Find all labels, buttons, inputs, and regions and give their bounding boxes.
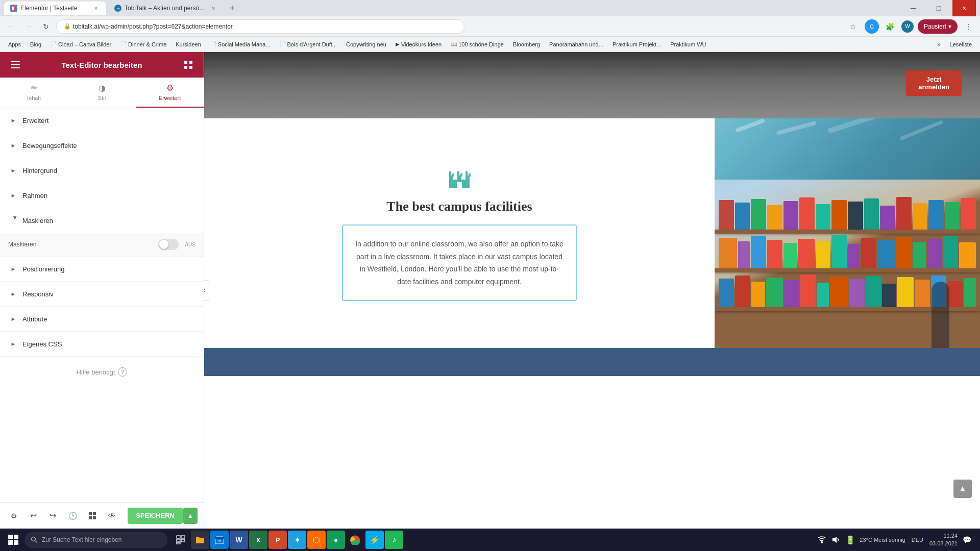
bookmark-social[interactable]: 📄Social Media Mana... [206,39,275,50]
site-preview: Jetzt anmelden [204,52,980,409]
bookmark-praktikum2[interactable]: Praktikum WU [666,39,710,50]
new-tab-btn[interactable]: + [226,2,239,15]
svg-rect-8 [11,64,20,65]
section-hintergrund-header[interactable]: ► Hintergrund [0,158,204,183]
scroll-top-btn[interactable]: ▲ [953,480,972,498]
bookmarks-more-btn[interactable]: » [935,41,943,48]
book-spine [861,238,876,269]
tab-close-btn-2[interactable]: × [209,4,217,12]
mask-toggle[interactable] [158,239,179,250]
file-explorer-icon[interactable] [191,531,209,549]
app-icon-5[interactable]: ♪ [385,531,403,549]
view-toolbar-btn[interactable]: 👁 [104,508,119,524]
section-erweitert-header[interactable]: ► Erweitert [0,108,204,133]
bookmark-video[interactable]: ▶Videokurs Ideen [391,39,446,50]
bookmark-star-icon[interactable]: ☆ [846,19,861,34]
help-section[interactable]: Hilfe benötigt ? [0,357,204,387]
windows-start-btn[interactable] [4,531,22,549]
section-eigenes-css: ► Eigenes CSS [0,332,204,357]
powerpoint-icon[interactable]: P [268,531,287,549]
word-icon[interactable]: W [230,531,248,549]
forward-btn[interactable]: → [21,19,36,34]
bookmark-apps[interactable]: Apps [4,39,25,50]
section-bewegungseffekte-header[interactable]: ► Bewegungseffekte [0,133,204,158]
settings-toolbar-btn[interactable]: ⚙ [6,508,21,524]
profile-circle-icon[interactable]: C [865,19,879,34]
section-maskieren-header[interactable]: ► Maskieren [0,208,204,233]
help-text: Hilfe benötigt [77,368,115,376]
tray-volume-icon[interactable] [831,535,841,545]
bookmark-kursideen[interactable]: Kursideen [172,39,205,50]
bookmark-dinner[interactable]: 📄Dinner & Crime [116,39,170,50]
book-spine [896,197,912,231]
profile-button[interactable]: Pausiert ▾ [918,19,958,34]
svg-rect-36 [181,536,185,538]
chrome-icon[interactable] [346,531,364,549]
tab-stil[interactable]: ◑ Stil [68,78,136,108]
profile-label: Pausiert [924,23,946,30]
app-icon-1[interactable]: ✦ [288,531,306,549]
elementor-tab-icon [10,5,17,12]
section-rahmen-header[interactable]: ► Rahmen [0,183,204,208]
excel-icon[interactable]: X [249,531,267,549]
app-icon-4[interactable]: ⚡ [365,531,384,549]
tray-network-icon[interactable] [817,535,827,545]
notification-icon[interactable]: 💬 [962,535,972,545]
history-toolbar-btn[interactable]: 🕐 [65,508,80,524]
app-icon-3[interactable]: ● [327,531,345,549]
calendar-icon[interactable]: 07 [210,531,229,549]
save-arrow-icon: ▲ [187,512,193,519]
bookmark-cload[interactable]: 📄Cload – Canva Bilder [46,39,115,50]
extension-puzzle-icon[interactable]: 🧩 [883,19,897,34]
close-btn[interactable]: × [952,0,976,16]
bookmark-100[interactable]: 📖100 schöne Dinge [447,39,508,50]
sidebar-grid-icon[interactable] [181,58,195,72]
section-responsiv-header[interactable]: ► Responsiv [0,282,204,306]
section-attribute-header[interactable]: ► Attribute [0,307,204,331]
bookmark-blog[interactable]: Blog [26,39,45,50]
minimize-btn[interactable]: ─ [901,0,925,16]
sidebar-menu-icon[interactable] [8,58,22,72]
svg-text:07: 07 [218,540,222,543]
address-bar[interactable]: 🔒 tobitalk.at/wp-admin/post.php?post=627… [56,19,464,34]
save-button[interactable]: SPEICHERN [128,508,183,524]
tray-battery-icon[interactable]: 🔋 [845,535,855,545]
wpuser-icon[interactable]: W [901,20,914,33]
back-btn[interactable]: ← [4,19,18,34]
tab-erweitert[interactable]: ⚙ Erweitert [136,78,204,108]
reading-list-btn[interactable]: Leseliste [946,39,976,50]
tray-weather[interactable]: 23°C Meist sonnig [860,537,905,543]
tab-elementor[interactable]: Elementor | Testseite × [4,2,106,15]
taskbar-language[interactable]: DEU [910,537,925,543]
section-positionierung-header[interactable]: ► Positionierung [0,257,204,281]
svg-rect-12 [184,66,187,69]
tab-close-btn[interactable]: × [92,4,100,12]
svg-rect-26 [469,173,471,177]
bookmark-bois[interactable]: 📄Bois d'Argent Duft... [276,39,341,50]
taskbar-clock[interactable]: 11:24 03.08.2021 [929,532,958,548]
task-view-icon[interactable] [172,531,190,549]
bookmark-panorama[interactable]: Panoramabahn und... [545,39,607,50]
section-rahmen-title: Rahmen [22,192,47,199]
tab-wordpress[interactable]: W TobiTalk – Aktien und persönlich... × [108,2,224,15]
bookmark-copy[interactable]: Copywriting neu [342,39,390,50]
sidebar-collapse-btn[interactable]: ‹ [204,280,209,300]
taskbar-search-box[interactable]: Zur Suche Text hier eingeben [24,532,167,548]
section-eigenes-css-header[interactable]: ► Eigenes CSS [0,332,204,356]
bookmark-praktikum1[interactable]: Praktikum Projekt... [608,39,665,50]
undo-toolbar-btn[interactable]: ↩ [26,508,41,524]
template-toolbar-btn[interactable] [84,508,100,524]
save-arrow-button[interactable]: ▲ [183,508,198,524]
app-icon-2[interactable]: ⬡ [307,531,326,549]
book-spine [766,278,783,308]
chevron-right-icon-6: ► [8,289,18,299]
browser-settings-icon[interactable]: ⋮ [962,19,976,34]
book-spine [783,201,799,231]
reload-btn[interactable]: ↻ [39,19,53,34]
tab-inhalt[interactable]: ✏ Inhalt [0,78,68,108]
svg-point-45 [821,542,823,543]
redo-toolbar-btn[interactable]: ↪ [45,508,61,524]
bookmark-bloomberg[interactable]: Bloomberg [509,39,544,50]
maximize-btn[interactable]: □ [927,0,950,16]
hero-cta-button[interactable]: Jetzt anmelden [906,70,962,96]
